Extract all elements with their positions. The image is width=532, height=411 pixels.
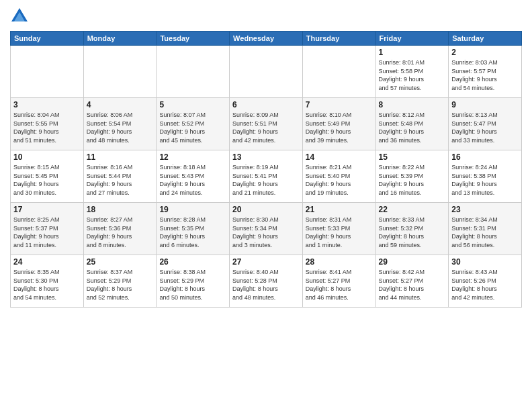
calendar-cell: 20Sunrise: 8:30 AM Sunset: 5:34 PM Dayli… (230, 203, 303, 255)
calendar-cell: 3Sunrise: 8:04 AM Sunset: 5:55 PM Daylig… (11, 98, 84, 150)
day-info: Sunrise: 8:06 AM Sunset: 5:54 PM Dayligh… (87, 111, 154, 144)
day-info: Sunrise: 8:13 AM Sunset: 5:47 PM Dayligh… (451, 111, 519, 144)
day-number: 12 (159, 152, 226, 162)
calendar-week-2: 3Sunrise: 8:04 AM Sunset: 5:55 PM Daylig… (11, 98, 522, 150)
calendar-cell: 13Sunrise: 8:19 AM Sunset: 5:41 PM Dayli… (230, 150, 303, 203)
calendar-cell: 2Sunrise: 8:03 AM Sunset: 5:57 PM Daylig… (449, 46, 522, 98)
day-number: 29 (379, 257, 446, 267)
calendar-cell: 11Sunrise: 8:16 AM Sunset: 5:44 PM Dayli… (83, 150, 157, 203)
day-info: Sunrise: 8:22 AM Sunset: 5:39 PM Dayligh… (379, 163, 446, 197)
day-number: 28 (306, 257, 373, 267)
calendar-week-5: 24Sunrise: 8:35 AM Sunset: 5:30 PM Dayli… (11, 255, 522, 308)
day-info: Sunrise: 8:33 AM Sunset: 5:32 PM Dayligh… (379, 216, 446, 249)
column-header-saturday: Saturday (449, 32, 522, 46)
day-info: Sunrise: 8:28 AM Sunset: 5:35 PM Dayligh… (159, 216, 226, 249)
day-number: 5 (159, 100, 226, 109)
day-info: Sunrise: 8:03 AM Sunset: 5:57 PM Dayligh… (451, 58, 519, 92)
calendar-cell: 23Sunrise: 8:34 AM Sunset: 5:31 PM Dayli… (449, 203, 522, 255)
day-number: 22 (379, 205, 446, 214)
column-header-sunday: Sunday (11, 32, 84, 46)
calendar-cell: 12Sunrise: 8:18 AM Sunset: 5:43 PM Dayli… (157, 150, 230, 203)
calendar-week-4: 17Sunrise: 8:25 AM Sunset: 5:37 PM Dayli… (11, 203, 522, 255)
day-number: 9 (451, 100, 519, 109)
calendar-week-1: 1Sunrise: 8:01 AM Sunset: 5:58 PM Daylig… (11, 46, 522, 98)
day-number: 2 (451, 48, 519, 57)
day-info: Sunrise: 8:09 AM Sunset: 5:51 PM Dayligh… (232, 111, 300, 144)
calendar-cell: 22Sunrise: 8:33 AM Sunset: 5:32 PM Dayli… (375, 203, 449, 255)
column-header-monday: Monday (83, 32, 157, 46)
calendar-cell: 14Sunrise: 8:21 AM Sunset: 5:40 PM Dayli… (302, 150, 375, 203)
logo-icon (10, 7, 29, 26)
calendar-cell: 30Sunrise: 8:43 AM Sunset: 5:26 PM Dayli… (449, 255, 522, 308)
day-number: 8 (379, 100, 446, 109)
header (10, 7, 522, 26)
day-info: Sunrise: 8:40 AM Sunset: 5:28 PM Dayligh… (232, 268, 300, 302)
calendar-cell: 15Sunrise: 8:22 AM Sunset: 5:39 PM Dayli… (375, 150, 449, 203)
calendar-cell (302, 46, 375, 98)
day-number: 26 (159, 257, 226, 267)
calendar-header-row: SundayMondayTuesdayWednesdayThursdayFrid… (11, 32, 522, 46)
day-number: 6 (232, 100, 300, 109)
logo (10, 7, 32, 26)
calendar-cell: 28Sunrise: 8:41 AM Sunset: 5:27 PM Dayli… (302, 255, 375, 308)
day-number: 17 (13, 205, 81, 214)
day-info: Sunrise: 8:10 AM Sunset: 5:49 PM Dayligh… (306, 111, 373, 144)
day-info: Sunrise: 8:25 AM Sunset: 5:37 PM Dayligh… (13, 216, 81, 249)
day-info: Sunrise: 8:24 AM Sunset: 5:38 PM Dayligh… (451, 163, 519, 197)
column-header-friday: Friday (375, 32, 449, 46)
calendar-cell: 25Sunrise: 8:37 AM Sunset: 5:29 PM Dayli… (83, 255, 157, 308)
day-info: Sunrise: 8:37 AM Sunset: 5:29 PM Dayligh… (87, 268, 154, 302)
calendar-cell (230, 46, 303, 98)
day-number: 10 (13, 152, 81, 162)
day-number: 25 (87, 257, 154, 267)
calendar-cell: 1Sunrise: 8:01 AM Sunset: 5:58 PM Daylig… (375, 46, 449, 98)
calendar-cell: 26Sunrise: 8:38 AM Sunset: 5:29 PM Dayli… (157, 255, 230, 308)
calendar-cell: 16Sunrise: 8:24 AM Sunset: 5:38 PM Dayli… (449, 150, 522, 203)
calendar-cell: 8Sunrise: 8:12 AM Sunset: 5:48 PM Daylig… (375, 98, 449, 150)
calendar-cell (11, 46, 84, 98)
day-number: 15 (379, 152, 446, 162)
day-number: 4 (87, 100, 154, 109)
calendar-cell: 4Sunrise: 8:06 AM Sunset: 5:54 PM Daylig… (83, 98, 157, 150)
column-header-thursday: Thursday (302, 32, 375, 46)
day-info: Sunrise: 8:35 AM Sunset: 5:30 PM Dayligh… (13, 268, 81, 302)
day-info: Sunrise: 8:42 AM Sunset: 5:27 PM Dayligh… (379, 268, 446, 302)
calendar-cell: 5Sunrise: 8:07 AM Sunset: 5:52 PM Daylig… (157, 98, 230, 150)
calendar-cell (157, 46, 230, 98)
day-info: Sunrise: 8:19 AM Sunset: 5:41 PM Dayligh… (232, 163, 300, 197)
day-info: Sunrise: 8:31 AM Sunset: 5:33 PM Dayligh… (306, 216, 373, 249)
calendar-cell: 7Sunrise: 8:10 AM Sunset: 5:49 PM Daylig… (302, 98, 375, 150)
calendar-cell (83, 46, 157, 98)
day-number: 20 (232, 205, 300, 214)
day-number: 14 (306, 152, 373, 162)
day-number: 3 (13, 100, 81, 109)
day-number: 24 (13, 257, 81, 267)
day-number: 27 (232, 257, 300, 267)
day-info: Sunrise: 8:34 AM Sunset: 5:31 PM Dayligh… (451, 216, 519, 249)
day-number: 23 (451, 205, 519, 214)
day-info: Sunrise: 8:30 AM Sunset: 5:34 PM Dayligh… (232, 216, 300, 249)
day-info: Sunrise: 8:41 AM Sunset: 5:27 PM Dayligh… (306, 268, 373, 302)
calendar-cell: 24Sunrise: 8:35 AM Sunset: 5:30 PM Dayli… (11, 255, 84, 308)
day-number: 21 (306, 205, 373, 214)
day-info: Sunrise: 8:12 AM Sunset: 5:48 PM Dayligh… (379, 111, 446, 144)
day-info: Sunrise: 8:38 AM Sunset: 5:29 PM Dayligh… (159, 268, 226, 302)
calendar-cell: 18Sunrise: 8:27 AM Sunset: 5:36 PM Dayli… (83, 203, 157, 255)
day-number: 13 (232, 152, 300, 162)
day-info: Sunrise: 8:04 AM Sunset: 5:55 PM Dayligh… (13, 111, 81, 144)
column-header-tuesday: Tuesday (157, 32, 230, 46)
column-header-wednesday: Wednesday (230, 32, 303, 46)
calendar-cell: 29Sunrise: 8:42 AM Sunset: 5:27 PM Dayli… (375, 255, 449, 308)
calendar-cell: 10Sunrise: 8:15 AM Sunset: 5:45 PM Dayli… (11, 150, 84, 203)
calendar-page: SundayMondayTuesdayWednesdayThursdayFrid… (0, 0, 532, 411)
day-number: 18 (87, 205, 154, 214)
calendar-week-3: 10Sunrise: 8:15 AM Sunset: 5:45 PM Dayli… (11, 150, 522, 203)
calendar-cell: 27Sunrise: 8:40 AM Sunset: 5:28 PM Dayli… (230, 255, 303, 308)
calendar-table: SundayMondayTuesdayWednesdayThursdayFrid… (10, 31, 522, 308)
calendar-cell: 17Sunrise: 8:25 AM Sunset: 5:37 PM Dayli… (11, 203, 84, 255)
day-number: 7 (306, 100, 373, 109)
day-info: Sunrise: 8:16 AM Sunset: 5:44 PM Dayligh… (87, 163, 154, 197)
calendar-cell: 9Sunrise: 8:13 AM Sunset: 5:47 PM Daylig… (449, 98, 522, 150)
day-info: Sunrise: 8:27 AM Sunset: 5:36 PM Dayligh… (87, 216, 154, 249)
day-info: Sunrise: 8:01 AM Sunset: 5:58 PM Dayligh… (379, 58, 446, 92)
